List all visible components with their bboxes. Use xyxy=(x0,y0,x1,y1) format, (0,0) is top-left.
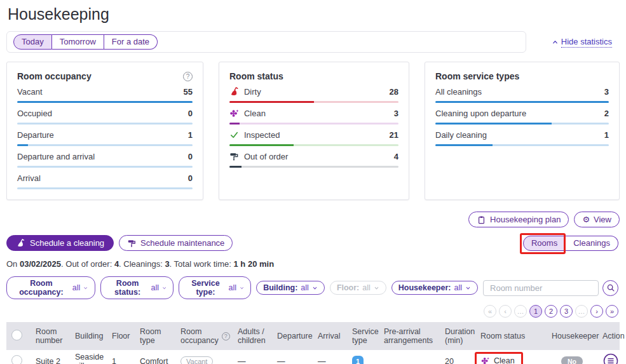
filters-row: Room occupancy:all Room status:all Servi… xyxy=(6,276,620,299)
sparkle-icon xyxy=(229,109,239,118)
room-type-cell: Comfort xyxy=(135,354,175,364)
pagination-last[interactable]: » xyxy=(606,305,618,318)
filter-label: Service type: xyxy=(186,279,225,297)
date-tab-container: Today Tomorrow For a date xyxy=(6,31,526,53)
summary-text: . Total work time: xyxy=(170,259,234,269)
filter-room-occupancy[interactable]: Room occupancy:all xyxy=(6,276,95,299)
hide-statistics-link[interactable]: Hide statistics xyxy=(552,37,612,48)
housekeeper-badge: No xyxy=(561,356,583,364)
filter-label: Room status: xyxy=(107,279,148,297)
column-adults-children: Adults / children xyxy=(233,325,272,347)
column-pre-arrival: Pre-arrival arrangements xyxy=(379,325,440,347)
stat-label: Occupied xyxy=(17,109,52,118)
row-checkbox[interactable] xyxy=(11,355,22,364)
pagination-next[interactable]: › xyxy=(590,305,603,318)
clipboard-icon xyxy=(477,215,486,224)
chevron-down-icon xyxy=(83,285,88,291)
roller-icon xyxy=(127,239,137,248)
view-button[interactable]: ⚙ View xyxy=(574,212,620,227)
search-area xyxy=(483,280,618,296)
stat-label: Cleaning upon departure xyxy=(435,109,526,118)
search-button[interactable] xyxy=(602,280,618,296)
stat-item: Departure and arrival0 xyxy=(17,152,193,168)
service-type-badge[interactable]: 1 xyxy=(352,356,364,364)
occupancy-badge: Vacant xyxy=(180,356,213,364)
hide-statistics-label: Hide statistics xyxy=(561,37,612,48)
progress-bar xyxy=(17,123,193,125)
departure-cell: — xyxy=(272,354,313,364)
rooms-toggle-button[interactable]: Rooms xyxy=(523,236,566,251)
stat-label: Departure and arrival xyxy=(17,152,95,161)
column-label: Room occupancy xyxy=(180,327,219,345)
broom-icon xyxy=(229,87,239,97)
column-building: Building xyxy=(70,329,107,343)
date-tab-row: Today Tomorrow For a date Hide statistic… xyxy=(6,31,620,53)
stat-value: 2 xyxy=(604,109,609,118)
chevron-down-icon xyxy=(312,285,318,291)
select-all-checkbox[interactable] xyxy=(11,330,22,340)
arrival-cell: — xyxy=(313,354,347,364)
stat-value: 3 xyxy=(604,87,609,97)
stat-value: 0 xyxy=(188,109,193,118)
column-floor: Floor xyxy=(107,329,135,343)
pagination-prev[interactable]: ‹ xyxy=(499,305,512,318)
building-cell: Seaside villa xyxy=(70,350,107,364)
stat-label: Out of order xyxy=(244,152,288,161)
filter-housekeeper[interactable]: Housekeeper:all xyxy=(391,281,478,295)
tab-for-a-date[interactable]: For a date xyxy=(104,34,158,50)
tab-today[interactable]: Today xyxy=(13,34,52,50)
stat-value: 4 xyxy=(394,152,398,161)
filter-label: Building: xyxy=(263,283,297,292)
help-icon[interactable]: ? xyxy=(183,72,193,81)
stat-value: 1 xyxy=(604,130,609,140)
room-status-cell: Clean xyxy=(480,356,515,364)
filter-room-status[interactable]: Room status:all xyxy=(100,276,174,299)
plan-view-row: Housekeeping plan ⚙ View xyxy=(6,212,620,227)
summary-text: . Out of order: xyxy=(61,259,114,269)
help-icon[interactable]: ? xyxy=(222,332,230,340)
column-room-occupancy: Room occupancy ? xyxy=(175,325,233,347)
pagination-page-2[interactable]: 2 xyxy=(545,305,557,318)
column-arrival: Arrival xyxy=(313,329,347,343)
room-number-search-input[interactable] xyxy=(483,280,599,296)
gear-icon: ⚙ xyxy=(582,215,590,224)
stat-item: Cleaning upon departure2 xyxy=(435,109,609,125)
progress-bar xyxy=(229,123,398,125)
pagination-page-1[interactable]: 1 xyxy=(529,305,542,318)
schedule-maintenance-button[interactable]: Schedule maintenance xyxy=(119,235,233,251)
schedule-cleaning-button[interactable]: Schedule a cleaning xyxy=(6,235,114,251)
roller-icon xyxy=(229,152,239,161)
stat-item: Inspected 21 xyxy=(229,130,398,146)
summary-text: On xyxy=(6,259,20,269)
column-duration: Duration (min) xyxy=(440,325,475,347)
filter-value: all xyxy=(301,283,309,292)
cleanings-toggle-button[interactable]: Cleanings xyxy=(566,236,618,251)
pagination-first[interactable]: « xyxy=(484,305,496,318)
stat-value: 0 xyxy=(188,173,193,183)
room-occupancy-card: Room occupancy ? Vacant55 Occupied0 Depa… xyxy=(6,62,203,200)
stat-item: Out of order 4 xyxy=(229,152,398,168)
pagination-page-3[interactable]: 3 xyxy=(560,305,573,318)
filter-value: all xyxy=(72,283,81,292)
table-row: Suite 2 Seaside villa 1 Comfort Vacant —… xyxy=(6,350,620,364)
housekeeping-plan-button[interactable]: Housekeeping plan xyxy=(468,212,569,227)
stat-item: Daily cleaning1 xyxy=(435,130,609,146)
adults-children-cell: — xyxy=(233,354,272,364)
tab-tomorrow[interactable]: Tomorrow xyxy=(52,34,104,50)
filter-service-type[interactable]: Service type:all xyxy=(179,276,251,299)
filter-label: Room occupancy: xyxy=(13,279,69,297)
stat-label: Arrival xyxy=(17,173,41,183)
stat-item: Departure1 xyxy=(17,130,193,146)
chevron-up-icon xyxy=(552,39,559,46)
filter-building[interactable]: Building:all xyxy=(256,281,325,295)
row-menu-button[interactable] xyxy=(602,353,618,364)
schedule-cleaning-label: Schedule a cleaning xyxy=(30,238,104,248)
chevron-down-icon xyxy=(162,285,167,291)
stat-value: 1 xyxy=(188,130,193,140)
schedule-row: Schedule a cleaning Schedule maintenance… xyxy=(6,235,620,251)
stat-value: 3 xyxy=(394,109,398,118)
pagination-ellipsis: … xyxy=(514,305,527,318)
filter-value: all xyxy=(228,283,236,292)
summary-work-time: 1 h 20 min xyxy=(234,259,275,269)
sparkle-icon xyxy=(480,356,490,364)
